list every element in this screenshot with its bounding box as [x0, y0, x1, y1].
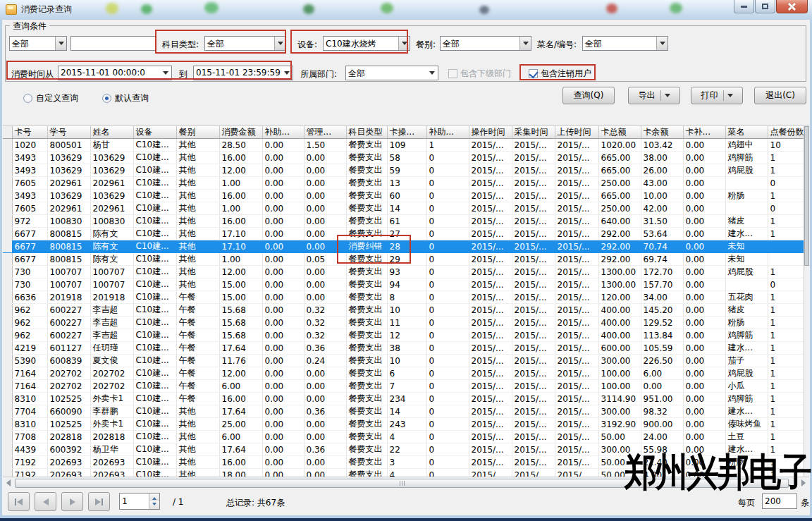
next-page-button[interactable] — [61, 492, 83, 511]
chevron-down-icon[interactable] — [727, 94, 733, 100]
scroll-left-button[interactable] — [3, 477, 14, 488]
table-row[interactable]: 972100830100830C10建...其他16.000.000.00餐费支… — [3, 215, 806, 228]
table-row[interactable]: 730100707100707C10建...其他15.000.000.00餐费支… — [3, 278, 806, 291]
table-row[interactable]: 3493103629103629C10建...其他16.000.000.00餐费… — [3, 152, 806, 164]
vertical-scrollbar[interactable] — [804, 126, 809, 477]
chevron-down-icon[interactable] — [55, 37, 66, 50]
column-header[interactable]: 卡总额 — [598, 126, 641, 139]
chevron-down-icon[interactable] — [656, 37, 668, 50]
custom-query-radio[interactable]: 自定义查询 — [23, 92, 78, 104]
column-header[interactable]: 采集时间 — [512, 126, 555, 139]
spinner-up-button[interactable] — [149, 494, 159, 501]
titlebar[interactable]: 消费记录查询 — [0, 0, 812, 20]
column-header[interactable]: 点餐份数 — [768, 126, 806, 139]
chevron-down-icon[interactable] — [281, 66, 293, 80]
minimize-button[interactable] — [734, 0, 754, 13]
column-header[interactable]: 科目类型 — [346, 126, 387, 139]
table-row[interactable]: 1020800501杨甘C10建...其他28.500.001.50餐费支出10… — [3, 139, 806, 152]
table-row[interactable]: 4219601127任玥瑾C10建...午餐17.640.000.36餐费支出3… — [3, 342, 806, 355]
cell: 0.00 — [641, 380, 683, 393]
subject-type-combobox[interactable]: 全部 — [204, 36, 286, 51]
cell: 0.24 — [304, 355, 346, 367]
table-row[interactable]: 8310102525外卖卡1C10建...其他25.000.000.00餐费支出… — [3, 418, 806, 431]
table-row[interactable]: 6636201918201918C10建...午餐15.000.000.00餐费… — [3, 291, 806, 304]
include-cancelled-users-checkbox[interactable]: 包含注销用户 — [529, 67, 591, 80]
column-header[interactable]: 补助... — [426, 126, 469, 139]
time-from-picker[interactable]: 2015-11-01 00:00:0 — [58, 66, 172, 80]
column-header[interactable]: 卡操... — [387, 126, 426, 139]
default-query-radio[interactable]: 默认查询 — [102, 92, 149, 104]
query-button[interactable]: 查询(Q) — [562, 87, 615, 104]
table-row[interactable]: 6677800815陈有文C10建...其他17.100.000.00餐费支出2… — [3, 228, 806, 240]
table-row[interactable]: 7605202961202961C10建...其他1.000.000.00餐费支… — [3, 177, 806, 190]
device-combobox[interactable]: C10建水烧烤 — [323, 36, 410, 51]
column-header[interactable]: 管理... — [304, 126, 346, 139]
table-row[interactable]: 6677800815陈有文C10建...其他1.000.000.05餐费支出29… — [3, 253, 806, 266]
close-button[interactable] — [776, 0, 808, 13]
spinner-down-button[interactable] — [149, 501, 159, 509]
column-header[interactable]: 上传时间 — [555, 126, 598, 139]
cell: 2015/... — [512, 240, 555, 253]
table-row[interactable]: 5390600839夏文俊C10建...午餐11.760.000.24餐费支出1… — [3, 355, 806, 367]
column-header[interactable]: 卡号 — [12, 126, 47, 139]
chevron-down-icon[interactable] — [274, 37, 285, 50]
column-header[interactable]: 操作时间 — [469, 126, 512, 139]
cell: 2015/... — [555, 443, 598, 456]
row-indicator — [3, 139, 12, 152]
table-row[interactable]: 962600227李吉超C10建...午餐15.680.000.32餐费支出11… — [3, 317, 806, 329]
column-header[interactable]: 菜名 — [725, 126, 768, 139]
department-combobox[interactable]: 全部 — [345, 66, 438, 80]
table-row[interactable]: 3493103629103629C10建...其他16.000.000.00餐费… — [3, 190, 806, 202]
column-header[interactable]: 消费金额 — [219, 126, 262, 139]
cell: 餐费支出 — [346, 291, 387, 304]
chevron-down-icon[interactable] — [426, 66, 438, 80]
first-page-button[interactable] — [8, 492, 30, 511]
card-type-combobox[interactable]: 全部 — [9, 36, 67, 51]
exit-button[interactable]: 退出(C) — [754, 87, 806, 104]
cell: 14 — [387, 202, 426, 215]
table-row[interactable]: 7164202702202702C10建...午餐6.000.000.00餐费支… — [3, 380, 806, 393]
table-row[interactable]: 962600227李吉超C10建...午餐15.680.000.32餐费支出12… — [3, 329, 806, 342]
table-row[interactable]: 8310102525外卖卡1C10建...午餐16.000.000.00餐费支出… — [3, 393, 806, 405]
cell: 15.68 — [219, 329, 262, 342]
table-row[interactable]: 6677800815陈有文C10建...其他17.100.000.00消费纠错2… — [3, 240, 806, 253]
maximize-button[interactable] — [755, 0, 775, 13]
column-header[interactable]: 补助... — [262, 126, 304, 139]
table-row[interactable]: 7605202961202961C10建...其他1.000.000.00餐费支… — [3, 202, 806, 215]
table-row[interactable]: 962600227李吉超C10建...午餐15.680.000.32餐费支出10… — [3, 304, 806, 317]
table-row[interactable]: 730100707100707C10建...其他12.000.000.00餐费支… — [3, 266, 806, 278]
column-header[interactable]: 学号 — [47, 126, 90, 139]
table-row[interactable]: 3493103629103629C10建...其他12.000.000.00餐费… — [3, 164, 806, 177]
chevron-down-icon[interactable] — [160, 66, 171, 80]
cell: 1 — [768, 291, 806, 304]
column-header[interactable]: 卡补... — [683, 126, 725, 139]
chevron-down-icon[interactable] — [398, 37, 410, 50]
cell: 陈有文 — [90, 228, 133, 240]
column-header[interactable]: 姓名 — [90, 126, 133, 139]
page-number-spinner[interactable]: 1 — [119, 493, 160, 510]
cell: 665.00 — [598, 152, 641, 164]
dish-combobox[interactable]: 全部 — [582, 36, 668, 51]
search-textbox[interactable] — [70, 36, 156, 51]
meal-combobox[interactable]: 全部 — [440, 36, 531, 51]
table-row[interactable]: 7704660090李群鹏C10建...其他17.640.000.36餐费支出1… — [3, 405, 806, 418]
column-header[interactable]: 设备 — [133, 126, 176, 139]
export-button[interactable]: 导出 — [628, 87, 680, 104]
table-row[interactable]: 7164202702202702C10建...午餐12.000.000.00餐费… — [3, 367, 806, 380]
cell: 2015/... — [555, 253, 598, 266]
chevron-down-icon[interactable] — [519, 37, 531, 50]
cell: 665.00 — [598, 164, 641, 177]
cell: 其他 — [176, 405, 219, 418]
previous-page-button[interactable] — [35, 492, 56, 511]
last-page-button[interactable] — [88, 492, 110, 511]
cell: 38.00 — [641, 152, 683, 164]
cell: 100.00 — [598, 367, 641, 380]
chevron-down-icon[interactable] — [665, 94, 670, 100]
vertical-scrollbar-thumb[interactable] — [804, 126, 809, 266]
cell: C10建... — [133, 304, 176, 317]
table-row[interactable]: 7708202818202818C10建...其他6.000.000.00餐费支… — [3, 431, 806, 443]
time-to-picker[interactable]: 015-11-01 23:59:59 — [193, 66, 293, 80]
print-button[interactable]: 打印 — [691, 87, 743, 104]
column-header[interactable]: 餐别 — [176, 126, 219, 139]
column-header[interactable]: 卡余额 — [641, 126, 683, 139]
